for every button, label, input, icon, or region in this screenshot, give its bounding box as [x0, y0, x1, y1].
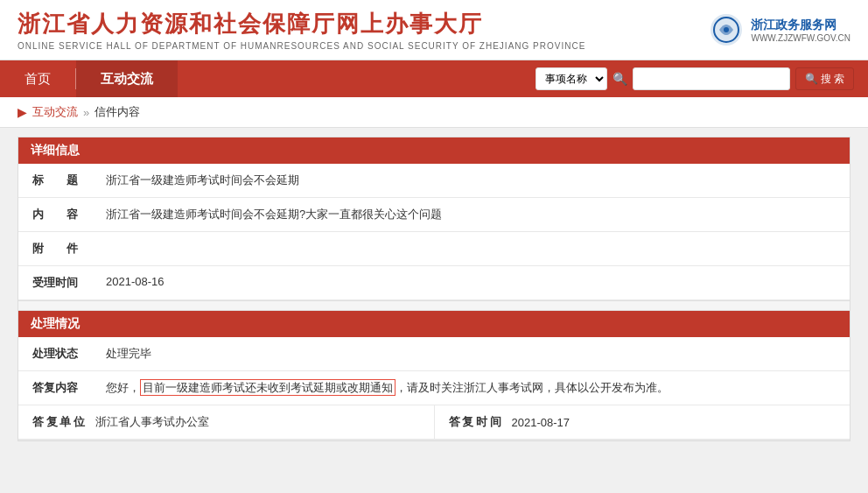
- search-category-select[interactable]: 事项名称: [536, 67, 607, 90]
- detail-table: 标 题 浙江省一级建造师考试时间会不会延期 内 容 浙江省一级建造师考试时间会不…: [18, 164, 850, 300]
- detail-row-time: 受理时间 2021-08-16: [18, 266, 850, 300]
- header-logo-block: 浙江政务服务网 WWW.ZJZWFW.GOV.CN: [709, 12, 850, 47]
- search-icon-btn: 🔍: [805, 73, 818, 85]
- bottom-cell-unit: 答复单位 浙江省人事考试办公室: [18, 405, 434, 440]
- detail-value-title: 浙江省一级建造师考试时间会不会延期: [92, 164, 850, 198]
- search-button[interactable]: 🔍 搜 索: [795, 67, 854, 90]
- reply-highlighted: 目前一级建造师考试还未收到考试延期或改期通知: [140, 379, 396, 396]
- breadcrumb-current: 信件内容: [94, 104, 140, 120]
- reply-unit-value: 浙江省人事考试办公室: [95, 414, 209, 430]
- bottom-row: 答复单位 浙江省人事考试办公室 答复时间 2021-08-17: [18, 405, 850, 440]
- process-value-status: 处理完毕: [92, 337, 850, 371]
- section-gap: [18, 300, 850, 311]
- logo-icon: [709, 12, 744, 47]
- reply-time-value: 2021-08-17: [512, 416, 570, 429]
- bottom-cell-time: 答复时间 2021-08-17: [435, 405, 850, 440]
- breadcrumb-link-interaction[interactable]: 互动交流: [32, 104, 78, 120]
- nav-home-label: 首页: [24, 71, 51, 88]
- header-title-block: 浙江省人力资源和社会保障厅网上办事大厅 ONLINE SERVICE HALL …: [18, 9, 585, 51]
- breadcrumb-sep: »: [83, 106, 89, 119]
- header-logo-url: WWW.ZJZWFW.GOV.CN: [751, 33, 850, 43]
- search-icon: 🔍: [612, 72, 627, 86]
- reply-suffix: ，请及时关注浙江人事考试网，具体以公开发布为准。: [396, 381, 668, 394]
- detail-label-content: 内 容: [18, 198, 92, 232]
- detail-label-time: 受理时间: [18, 266, 92, 300]
- process-table: 处理状态 处理完毕 答复内容 您好，目前一级建造师考试还未收到考试延期或改期通知…: [18, 337, 850, 440]
- detail-label-attachment: 附 件: [18, 232, 92, 266]
- process-row-reply: 答复内容 您好，目前一级建造师考试还未收到考试延期或改期通知，请及时关注浙江人事…: [18, 371, 850, 405]
- header: 浙江省人力资源和社会保障厅网上办事大厅 ONLINE SERVICE HALL …: [0, 0, 868, 60]
- detail-value-content: 浙江省一级建造师考试时间会不会延期?大家一直都很关心这个问题: [92, 198, 850, 232]
- detail-section: 详细信息 标 题 浙江省一级建造师考试时间会不会延期 内 容 浙江省一级建造师考…: [18, 137, 850, 441]
- process-row-status: 处理状态 处理完毕: [18, 337, 850, 371]
- header-logo-text: 浙江政务服务网: [751, 18, 850, 33]
- detail-value-time: 2021-08-16: [92, 266, 850, 300]
- detail-section-header: 详细信息: [18, 137, 850, 164]
- process-label-status: 处理状态: [18, 337, 92, 371]
- search-input[interactable]: [633, 67, 790, 90]
- detail-row-content: 内 容 浙江省一级建造师考试时间会不会延期?大家一直都很关心这个问题: [18, 198, 850, 232]
- nav-item-home[interactable]: 首页: [0, 60, 75, 97]
- nav-search-area: 事项名称 🔍 🔍 搜 索: [536, 67, 868, 90]
- search-button-label: 搜 索: [821, 72, 844, 87]
- breadcrumb: ▶ 互动交流 » 信件内容: [0, 97, 868, 128]
- detail-label-title: 标 题: [18, 164, 92, 198]
- process-label-reply: 答复内容: [18, 371, 92, 405]
- process-row-bottom: 答复单位 浙江省人事考试办公室 答复时间 2021-08-17: [18, 405, 850, 440]
- process-section-header: 处理情况: [18, 311, 850, 337]
- detail-row-attachment: 附 件: [18, 232, 850, 266]
- reply-time-label: 答复时间: [449, 414, 501, 430]
- detail-row-title: 标 题 浙江省一级建造师考试时间会不会延期: [18, 164, 850, 198]
- process-value-reply: 您好，目前一级建造师考试还未收到考试延期或改期通知，请及时关注浙江人事考试网，具…: [92, 371, 850, 405]
- reply-prefix: 您好，: [106, 381, 140, 394]
- header-main-title: 浙江省人力资源和社会保障厅网上办事大厅: [18, 9, 585, 39]
- header-logo-text-block: 浙江政务服务网 WWW.ZJZWFW.GOV.CN: [751, 18, 850, 43]
- detail-value-attachment: [92, 232, 850, 266]
- breadcrumb-arrow: ▶: [18, 105, 27, 119]
- nav-bar: 首页 互动交流 事项名称 🔍 🔍 搜 索: [0, 60, 868, 97]
- nav-interaction-label: 互动交流: [101, 71, 153, 88]
- nav-item-interaction[interactable]: 互动交流: [76, 60, 178, 97]
- svg-point-2: [724, 27, 729, 32]
- reply-unit-label: 答复单位: [32, 414, 85, 430]
- header-subtitle: ONLINE SERVICE HALL OF DEPARTMENT OF HUM…: [18, 41, 585, 51]
